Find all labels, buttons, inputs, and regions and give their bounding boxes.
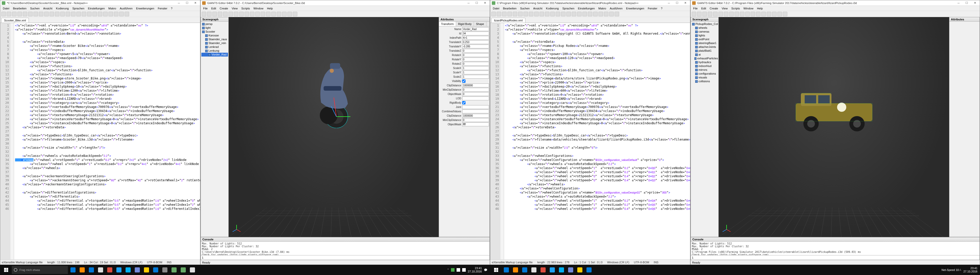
- toolbar-button[interactable]: [293, 12, 298, 16]
- menu-create[interactable]: Create: [708, 6, 720, 10]
- scenegraph-tree[interactable]: PickupRodeo_ColwheelscameraslightsexitPo…: [691, 22, 718, 237]
- tree-node[interactable]: persp: [201, 22, 228, 26]
- tree-node[interactable]: indoorHud: [691, 64, 718, 68]
- menu-makro[interactable]: Makro: [597, 6, 608, 10]
- viewport-3d[interactable]: Polygons: 5.70 Triangles: 280 Vertices: …: [229, 17, 439, 237]
- attr-input[interactable]: [462, 44, 489, 48]
- taskbar-app[interactable]: [142, 266, 151, 274]
- menu-window[interactable]: Window: [252, 6, 265, 10]
- taskbar-app[interactable]: [502, 266, 511, 274]
- titlebar[interactable]: C:\Program Files (x86)\Farming Simulator…: [490, 0, 690, 6]
- toolbar-button[interactable]: [555, 12, 560, 16]
- taskbar-right[interactable]: Net-Speed 10 /- 23:4127.10.2016: [490, 265, 980, 275]
- menu-sprachen[interactable]: Sprachen: [71, 6, 86, 10]
- clock[interactable]: 23:4127.10.2016: [468, 267, 482, 273]
- menu-edit[interactable]: Edit: [210, 6, 218, 10]
- toolbar-button[interactable]: [255, 12, 260, 16]
- toolbar-button[interactable]: [28, 12, 33, 16]
- minimize-button[interactable]: ─: [666, 1, 672, 5]
- toolbar-button[interactable]: [239, 12, 244, 16]
- console-input[interactable]: [691, 255, 980, 260]
- clock[interactable]: 23:4127.10.2016: [963, 267, 977, 273]
- toolbar-button[interactable]: [87, 12, 92, 16]
- maximize-button[interactable]: ☐: [963, 1, 970, 5]
- toolbar-button[interactable]: [124, 12, 129, 16]
- taskbar-app[interactable]: [68, 266, 78, 274]
- toolbar-button[interactable]: [55, 12, 59, 16]
- toolbar-button[interactable]: [261, 12, 265, 16]
- titlebar[interactable]: *C:\Users\Bernd\Desktop\Scooter\Scooter_…: [0, 0, 200, 6]
- menu-ausführen[interactable]: Ausführen: [608, 6, 624, 10]
- toolbar-button[interactable]: [65, 12, 70, 16]
- toolbar-button[interactable]: [777, 12, 782, 16]
- toolbar-button[interactable]: [550, 12, 555, 16]
- taskbar-app[interactable]: [511, 266, 520, 274]
- menu-view[interactable]: View: [720, 6, 729, 10]
- menu-kodierung[interactable]: Kodierung: [54, 6, 70, 10]
- tree-node[interactable]: light: [201, 26, 228, 30]
- toolbar-button[interactable]: [6, 12, 11, 16]
- toolbar-button[interactable]: [772, 12, 776, 16]
- file-tab[interactable]: Scooter_Bike.xml: [1, 18, 29, 23]
- menu-einstellungen[interactable]: Einstellungen: [86, 6, 107, 10]
- tray[interactable]: ˄ 23:4127.10.2016 💬: [447, 267, 489, 273]
- attr-input[interactable]: [462, 53, 489, 57]
- close-button[interactable]: ✕: [482, 1, 488, 5]
- toolbar-button[interactable]: [18, 12, 22, 16]
- tree-node[interactable]: configurations: [691, 72, 718, 76]
- toolbar-button[interactable]: [614, 12, 619, 16]
- toolbar-button[interactable]: [767, 12, 771, 16]
- menu-create[interactable]: Create: [218, 6, 230, 10]
- pickup-model[interactable]: [791, 83, 877, 134]
- menu-scripts[interactable]: Scripts: [730, 6, 741, 10]
- tree-node[interactable]: cameras: [691, 30, 718, 33]
- fold-gutter[interactable]: [501, 23, 504, 259]
- tree-node[interactable]: hydraulics: [691, 60, 718, 64]
- toolbar-button[interactable]: [534, 12, 539, 16]
- attr-input[interactable]: [462, 58, 489, 62]
- attr-input[interactable]: [462, 66, 489, 70]
- toolbar-button[interactable]: [119, 12, 124, 16]
- taskbar-app[interactable]: [584, 266, 593, 274]
- toolbar-button[interactable]: [508, 12, 512, 16]
- attr-input[interactable]: [462, 109, 489, 113]
- toolbar-button[interactable]: [502, 12, 507, 16]
- toolbar-button[interactable]: [287, 12, 292, 16]
- menu-ansicht[interactable]: Ansicht: [41, 6, 54, 10]
- toolbar-button[interactable]: [98, 12, 102, 16]
- attr-input[interactable]: [462, 27, 489, 31]
- tray-volume-icon[interactable]: [462, 268, 466, 272]
- tree-node[interactable]: platzBlatt1: [691, 49, 718, 53]
- close-button[interactable]: ✕: [682, 1, 689, 5]
- toolbar-button[interactable]: [496, 12, 501, 16]
- maximize-button[interactable]: ☐: [674, 1, 680, 5]
- toolbar-button[interactable]: [277, 12, 281, 16]
- toolbar-button[interactable]: [513, 12, 517, 16]
- attr-tab[interactable]: Shape: [474, 22, 487, 26]
- menu-ausführen[interactable]: Ausführen: [118, 6, 134, 10]
- attr-input[interactable]: [462, 62, 489, 66]
- taskbar-app[interactable]: [575, 266, 584, 274]
- toolbar-button[interactable]: [609, 12, 614, 16]
- toolbar-button[interactable]: [250, 12, 255, 16]
- attr-input[interactable]: [462, 96, 489, 100]
- taskbar-app[interactable]: [151, 266, 160, 274]
- toolbar-button[interactable]: [245, 12, 249, 16]
- toolbar-button[interactable]: [103, 12, 108, 16]
- toolbar-button[interactable]: [566, 12, 571, 16]
- editor[interactable]: 1 2 3 4 5 6 7 8 9 10 11 12 13 14 15 16 1…: [490, 23, 690, 259]
- menu-makro[interactable]: Makro: [107, 6, 118, 10]
- menu-fenster[interactable]: Fenster: [646, 6, 659, 10]
- tree-node[interactable]: Karosse: [201, 33, 228, 38]
- taskbar-app[interactable]: [188, 266, 197, 274]
- tree-node[interactable]: exhaustParticles: [691, 57, 718, 60]
- attr-checkbox[interactable]: [462, 101, 466, 104]
- menu-fenster[interactable]: Fenster: [156, 6, 169, 10]
- menu-edit[interactable]: Edit: [700, 6, 708, 10]
- toolbar-button[interactable]: [724, 12, 729, 16]
- menu-bearbeiten[interactable]: Bearbeiten: [501, 6, 518, 10]
- toolbar-button[interactable]: [207, 12, 212, 16]
- taskbar-app[interactable]: [105, 266, 115, 274]
- taskbar-app[interactable]: [169, 266, 179, 274]
- toolbar-button[interactable]: [39, 12, 43, 16]
